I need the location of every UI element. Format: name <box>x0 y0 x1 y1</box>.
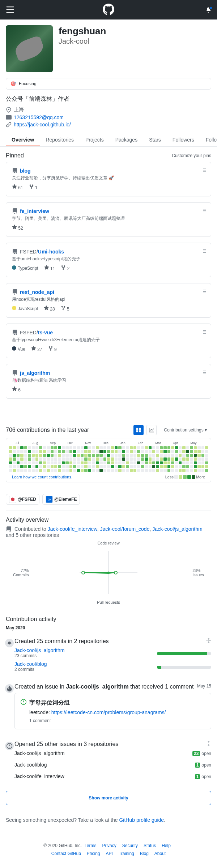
learn-link[interactable]: Learn how we count contributions. <box>12 475 72 479</box>
svg-point-8 <box>114 571 117 574</box>
notifications-icon[interactable] <box>205 7 211 13</box>
contribution-graph[interactable] <box>9 445 208 473</box>
contrib-repo-link[interactable]: Jack-cool/fe_interview <box>48 526 97 532</box>
footer-link[interactable]: API <box>106 851 113 856</box>
pin-card: ☰ rest_node_api 用node实现restful风格的api Jav… <box>6 283 211 318</box>
notification-indicator <box>209 6 213 10</box>
footer-link[interactable]: Blog <box>140 851 149 856</box>
pin-card: ☰ js_algorithm 🦄数据结构与算法 系统学习 6 <box>6 364 211 399</box>
avatar[interactable] <box>6 25 53 72</box>
footer-link[interactable]: Training <box>119 851 134 856</box>
pinned-title: Pinned <box>6 152 24 159</box>
tab-projects[interactable]: Projects <box>80 134 110 146</box>
repo-link[interactable]: Jack-cool/js_algorithm <box>14 750 65 756</box>
grab-icon[interactable]: ☰ <box>203 370 207 375</box>
profile-username: Jack-cool <box>59 37 106 45</box>
location-icon <box>6 107 12 113</box>
contrib-repo-link[interactable]: Jack-cool/js_algorithm <box>152 526 203 532</box>
footer-link[interactable]: Status <box>144 843 156 848</box>
pin-link[interactable]: rest_node_api <box>20 289 54 295</box>
svg-rect-2 <box>136 430 138 432</box>
pin-link[interactable]: fe_interview <box>20 208 49 214</box>
footer-link[interactable]: Privacy <box>102 843 116 848</box>
tab-followers[interactable]: Followers <box>167 134 200 146</box>
contribution-settings[interactable]: Contribution settings ▾ <box>159 426 211 434</box>
activity-overview-title: Activity overview <box>6 517 211 523</box>
profile-guide-link[interactable]: GitHub profile guide <box>119 817 164 823</box>
pin-link[interactable]: FSFED/ts-vue <box>20 330 53 335</box>
status-text: Focusing <box>19 81 37 86</box>
footer-link[interactable]: Terms <box>85 843 97 848</box>
contrib-repo-link[interactable]: Jack-cool/forum_code <box>100 526 149 532</box>
location: 上海 <box>6 106 211 114</box>
grab-icon[interactable]: ☰ <box>203 330 207 335</box>
chart-view-button[interactable] <box>146 425 157 435</box>
grid-view-button[interactable] <box>133 425 144 435</box>
contribution-activity-title: Contribution activity <box>0 616 217 622</box>
website-link[interactable]: https://jack-cool.github.io/ <box>14 122 71 127</box>
footer-link[interactable]: Security <box>122 843 138 848</box>
status-box[interactable]: 🎯 Focusing <box>6 78 211 90</box>
month-label: May 2020 <box>0 625 217 632</box>
pin-card: ☰ FSFED/ts-vue 基于typescript+vue-cli3+ele… <box>6 324 211 358</box>
tab-packages[interactable]: Packages <box>110 134 143 146</box>
email: 1263215592@qq.com <box>6 114 211 121</box>
pin-link[interactable]: blog <box>20 168 31 174</box>
flame-icon <box>4 683 14 694</box>
grab-icon[interactable]: ☰ <box>203 168 207 173</box>
email-link[interactable]: 1263215592@qq.com <box>14 114 64 120</box>
fold-icon[interactable] <box>206 638 211 643</box>
issue-open-icon <box>21 699 26 705</box>
svg-point-7 <box>82 571 85 574</box>
pin-link[interactable]: FSFED/Umi-hooks <box>20 249 64 255</box>
grab-icon[interactable]: ☰ <box>203 249 207 254</box>
org-badge[interactable]: ∞@ElemeFE <box>42 494 80 505</box>
activity-radar <box>58 547 159 598</box>
tab-stars[interactable]: Stars <box>143 134 167 146</box>
org-badge[interactable]: ⬢@FSFED <box>6 494 39 505</box>
show-more-button[interactable]: Show more activity <box>6 791 211 805</box>
github-logo[interactable] <box>103 4 114 16</box>
svg-point-6 <box>107 572 110 574</box>
tab-repositories[interactable]: Repositories <box>40 134 80 146</box>
tab-following[interactable]: Following <box>200 134 217 146</box>
grab-icon[interactable]: ☰ <box>203 289 207 294</box>
profile-tabs: OverviewRepositoriesProjectsPackagesStar… <box>0 134 217 147</box>
link-icon <box>6 122 12 127</box>
issue-body-link[interactable]: https://leetcode-cn.com/problems/group-a… <box>51 709 166 715</box>
bio: 公众号「前端森林」作者 <box>0 95 217 106</box>
pin-card: ☰ fe_interview 字节、阿里、美团、滴滴、腾讯等大厂高级前端面试题整… <box>6 202 211 237</box>
svg-rect-1 <box>139 428 141 430</box>
repo-link[interactable]: Jack-cool/blog <box>14 661 47 667</box>
commit-icon <box>4 638 14 648</box>
pin-card: ☰ FSFED/Umi-hooks 基于umi+hooks+typescript… <box>6 243 211 277</box>
tab-overview[interactable]: Overview <box>6 134 40 146</box>
contributed-to: Contributed to Jack-cool/fe_interview, J… <box>6 526 211 538</box>
grab-icon[interactable]: ☰ <box>203 208 207 213</box>
repo-link[interactable]: Jack-cool/fe_interview <box>14 773 64 779</box>
menu-icon[interactable] <box>6 5 14 14</box>
contributions-title: 706 contributions in the last year <box>6 427 89 433</box>
issue-opened-icon <box>4 741 14 751</box>
pin-link[interactable]: js_algorithm <box>20 370 50 376</box>
website: https://jack-cool.github.io/ <box>6 121 211 128</box>
profile-name: fengshuan <box>59 25 106 37</box>
svg-rect-0 <box>136 428 138 430</box>
footer-link[interactable]: Help <box>162 843 171 848</box>
footer-link[interactable]: Contact GitHub <box>51 851 81 856</box>
customize-pins[interactable]: Customize your pins <box>172 153 211 158</box>
fold-icon[interactable] <box>206 741 211 746</box>
issue-title-link[interactable]: 字母异位词分组 <box>29 699 70 707</box>
repo-link[interactable]: Jack-cool/blog <box>14 762 47 768</box>
svg-rect-3 <box>139 430 141 432</box>
mail-icon <box>6 114 12 120</box>
pin-card: ☰ blog 关注行业前沿，分享所见所学。持续输出优质文章 🚀 61 1 <box>6 162 211 196</box>
footer-link[interactable]: Pricing <box>87 851 100 856</box>
footer-link[interactable]: About <box>154 851 166 856</box>
repo-link[interactable]: Jack-cool/js_algorithm <box>14 647 65 653</box>
status-emoji: 🎯 <box>10 81 16 86</box>
